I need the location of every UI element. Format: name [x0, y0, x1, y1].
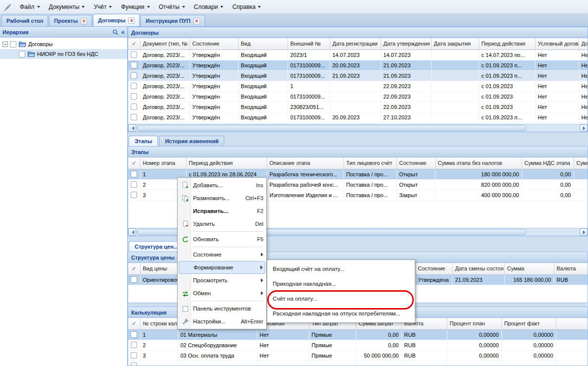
menubar-item[interactable]: Отчёты	[154, 1, 190, 12]
row-checkbox[interactable]	[131, 52, 137, 58]
scroll-right-icon[interactable]	[580, 124, 588, 132]
column-header[interactable]: Дата смены состоя	[452, 263, 504, 274]
row-checkbox[interactable]	[131, 192, 137, 198]
select-all-header[interactable]: ✓	[128, 263, 140, 274]
scroll-left-icon[interactable]	[128, 124, 136, 132]
row-checkbox[interactable]	[131, 276, 137, 283]
submenu-item[interactable]: Входящий счёт на оплату...	[269, 261, 413, 276]
menubar-item[interactable]: Справка	[228, 1, 265, 12]
row-checkbox[interactable]	[131, 331, 137, 338]
menubar-item[interactable]: Учёт	[89, 1, 116, 12]
search-icon[interactable]	[112, 29, 119, 36]
row-checkbox[interactable]	[131, 62, 137, 68]
tree-checkbox[interactable]	[10, 41, 16, 48]
menubar-item[interactable]: Файл	[15, 1, 45, 12]
row-checkbox[interactable]	[131, 93, 137, 100]
column-header[interactable]	[556, 318, 588, 329]
row-checkbox[interactable]	[131, 104, 137, 110]
row-checkbox[interactable]	[131, 363, 137, 366]
column-header[interactable]: Документ (тип, №	[140, 38, 190, 50]
table-row[interactable]: Договор, 2023/...УтверждёнВходящий017310…	[128, 60, 588, 70]
column-header[interactable]: Дата утверждения	[381, 38, 431, 50]
submenu-item[interactable]: Счёт на оплату...	[269, 291, 413, 306]
context-menu-item[interactable]: ОбновитьF5	[179, 233, 265, 246]
column-header[interactable]: Номер этапа	[140, 157, 186, 169]
column-header[interactable]: Сумма эт...	[574, 157, 588, 169]
table-row[interactable]: Договор, 2023/...УтверждёнВходящий230823…	[128, 102, 588, 112]
select-all-header[interactable]: ✓	[128, 38, 140, 50]
table-row[interactable]: 303 Осн. оплата трудаНетПрямые50 000 000…	[128, 350, 588, 361]
table-row[interactable]: Договор, 2023/...УтверждёнВходящий122.09…	[128, 81, 588, 91]
tree-item-contracts[interactable]: Договоры	[0, 39, 127, 49]
tab[interactable]: Договоры×	[93, 14, 140, 26]
column-header[interactable]: Описание этапа	[267, 157, 343, 169]
tab-close-icon[interactable]: ×	[128, 17, 135, 24]
context-menu-item[interactable]: Панель инструментов	[179, 302, 265, 315]
column-header[interactable]: Тип лицевого счёт	[343, 157, 396, 169]
context-menu-item[interactable]: Просмотреть	[179, 274, 265, 287]
column-header[interactable]: Сумма НДС этапа	[522, 157, 574, 169]
tree-collapse-icon[interactable]	[2, 42, 8, 47]
collapse-sidebar-icon[interactable]: «	[121, 29, 125, 35]
column-header[interactable]: До...	[579, 38, 588, 50]
table-row[interactable]: Договор, 2023/...УтверждёнВходящий017310…	[128, 112, 588, 122]
context-menu-item[interactable]: Настройки...Alt+Enter	[179, 315, 265, 328]
column-header[interactable]: Вид	[238, 38, 288, 50]
row-checkbox[interactable]	[131, 181, 137, 188]
context-menu-item[interactable]: Состояние	[179, 248, 265, 261]
table-row[interactable]: Договор, 2023/...УтверждёнВходящий017310…	[128, 91, 588, 102]
tree-checkbox[interactable]	[19, 51, 25, 57]
column-header[interactable]: Состояние	[415, 263, 452, 274]
column-header[interactable]: Внешний №	[288, 38, 330, 50]
scrollbar-thumb[interactable]	[137, 125, 527, 131]
context-menu-item[interactable]: Исправить...F2	[179, 205, 265, 217]
column-header[interactable]: Дата закрытия	[431, 38, 479, 50]
table-row[interactable]: 101 МатериалыНетПрямые0,00RUB0,000000,00…	[128, 329, 588, 340]
row-checkbox[interactable]	[131, 83, 137, 89]
context-menu-item[interactable]: УдалитьDel	[179, 217, 265, 230]
column-header[interactable]: Период действия	[186, 157, 267, 169]
tab[interactable]: История изменений	[159, 136, 224, 146]
tree-item-niokr[interactable]: НИОКР по ГОЗ без НДС	[0, 49, 127, 59]
contracts-h-scrollbar[interactable]	[128, 124, 588, 132]
menubar-item[interactable]: Словари	[190, 1, 228, 12]
column-header[interactable]: Сумма	[504, 263, 554, 274]
column-header[interactable]: Сумма этапа без налогов	[435, 157, 522, 169]
context-menu-item[interactable]: Обмен	[179, 287, 265, 300]
row-checkbox[interactable]	[131, 114, 137, 120]
menubar-item[interactable]: Документы	[45, 1, 90, 12]
row-checkbox[interactable]	[131, 352, 137, 359]
column-header[interactable]: Условный договор	[535, 38, 579, 50]
table-row[interactable]	[128, 361, 588, 366]
context-menu-item[interactable]: Добавить...Ins	[179, 179, 265, 192]
context-menu-item[interactable]: Формирование	[179, 261, 265, 274]
select-all-header[interactable]: ✓	[128, 318, 140, 329]
submenu-item[interactable]: Приходная накладная...	[269, 276, 413, 291]
tab[interactable]: Рабочий стол	[1, 15, 48, 26]
tab-close-icon[interactable]: ×	[81, 18, 87, 24]
tab[interactable]: Структура цен...	[129, 241, 184, 252]
tab[interactable]: Инструкции ПУП×	[141, 15, 204, 26]
column-header[interactable]: Период действия	[479, 38, 535, 50]
scroll-left-icon[interactable]	[128, 228, 136, 236]
submenu-item[interactable]: Расходная накладная на отпуск потребител…	[269, 306, 413, 321]
tab[interactable]: Проекты×	[49, 15, 92, 26]
column-header[interactable]: Процент факт	[501, 318, 556, 329]
table-row[interactable]: 202 СпецоборудованиеНетПрямые0,00RUB0,00…	[128, 340, 588, 350]
select-all-header[interactable]: ✓	[128, 157, 140, 169]
row-checkbox[interactable]	[131, 342, 137, 348]
column-header[interactable]: Процент план	[447, 318, 501, 329]
table-row[interactable]: Договор, 2023/...УтверждёнВходящий2023/1…	[128, 50, 588, 60]
tab[interactable]: Этапы	[129, 136, 158, 146]
row-checkbox[interactable]	[131, 171, 137, 177]
column-header[interactable]: Состояние	[190, 38, 238, 50]
scroll-right-icon[interactable]	[580, 228, 588, 236]
context-menu-item[interactable]: Размножить...Ctrl+F3	[179, 192, 265, 205]
table-row[interactable]: Договор, 2023/...УтверждёнВходящий017310…	[128, 70, 588, 81]
row-checkbox[interactable]	[131, 72, 137, 79]
tab-close-icon[interactable]: ×	[194, 18, 200, 24]
menubar-item[interactable]: Функции	[116, 1, 154, 12]
column-header[interactable]: Состояние	[396, 157, 435, 169]
column-header[interactable]: № строки кал...	[140, 318, 178, 329]
column-header[interactable]: Дата регистрации	[330, 38, 381, 50]
